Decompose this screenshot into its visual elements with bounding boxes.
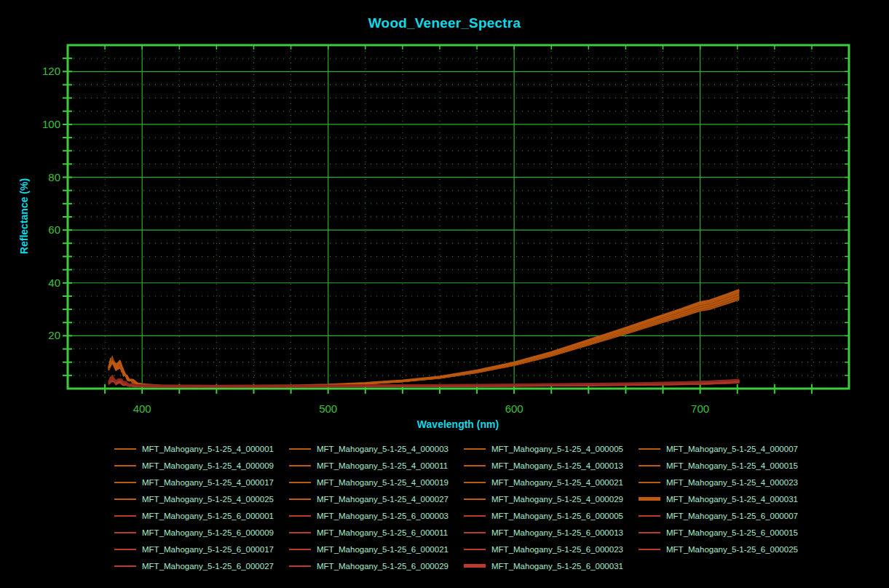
legend-line-swatch <box>639 482 660 483</box>
legend-label: MFT_Mahogany_5-1-25_4_000011 <box>317 461 448 470</box>
legend-item: MFT_Mahogany_5-1-25_6_000007 <box>639 507 813 524</box>
legend-line-swatch <box>639 465 660 466</box>
legend-label: MFT_Mahogany_5-1-25_4_000005 <box>491 445 623 453</box>
series-line <box>108 297 739 386</box>
legend-item: MFT_Mahogany_5-1-25_6_000023 <box>464 541 639 557</box>
series-line <box>108 296 739 386</box>
legend-label: MFT_Mahogany_5-1-25_6_000031 <box>491 562 623 571</box>
legend-item: MFT_Mahogany_5-1-25_6_000017 <box>114 541 289 557</box>
legend-label: MFT_Mahogany_5-1-25_4_000009 <box>142 461 274 470</box>
x-tick-label: 600 <box>505 402 523 415</box>
legend-label: MFT_Mahogany_5-1-25_4_000021 <box>491 478 623 487</box>
legend-item: MFT_Mahogany_5-1-25_6_000009 <box>114 524 289 541</box>
spectra-figure: Wood_Veneer_Spectra 40050060070020406080… <box>0 0 889 588</box>
legend-line-swatch <box>464 448 486 450</box>
legend-label: MFT_Mahogany_5-1-25_4_000007 <box>666 445 798 453</box>
series-line <box>108 298 739 386</box>
legend-line-swatch <box>114 515 136 517</box>
y-tick-label: 100 <box>42 118 60 130</box>
series-line <box>108 295 739 386</box>
legend-line-swatch <box>639 497 660 501</box>
legend-label: MFT_Mahogany_5-1-25_4_000023 <box>666 478 798 487</box>
legend-item: MFT_Mahogany_5-1-25_4_000023 <box>639 474 813 490</box>
series-line <box>108 294 739 386</box>
legend-label: MFT_Mahogany_5-1-25_6_000009 <box>142 528 274 537</box>
legend-line-swatch <box>114 565 136 567</box>
legend-line-swatch <box>114 498 136 500</box>
legend-item: MFT_Mahogany_5-1-25_6_000015 <box>639 524 813 541</box>
legend-line-swatch <box>289 448 311 450</box>
legend-label: MFT_Mahogany_5-1-25_4_000027 <box>317 495 449 504</box>
y-axis-label: Reflectance (%) <box>18 178 30 254</box>
y-tick-label: 40 <box>48 277 60 289</box>
legend-line-swatch <box>114 465 136 466</box>
legend-line-swatch <box>639 448 660 450</box>
legend-label: MFT_Mahogany_5-1-25_6_000003 <box>317 512 449 520</box>
legend-line-swatch <box>639 549 660 550</box>
series-line <box>108 300 739 387</box>
legend-item: MFT_Mahogany_5-1-25_4_000009 <box>114 457 289 474</box>
legend-item: MFT_Mahogany_5-1-25_4_000015 <box>639 457 813 474</box>
legend-line-swatch <box>114 448 136 450</box>
legend-line-swatch <box>464 498 486 500</box>
legend-line-swatch <box>639 515 660 517</box>
legend-item: MFT_Mahogany_5-1-25_4_000017 <box>114 474 289 490</box>
legend-item: MFT_Mahogany_5-1-25_4_000019 <box>289 474 464 490</box>
x-tick-label: 400 <box>133 402 151 415</box>
legend-line-swatch <box>114 549 136 550</box>
legend-label: MFT_Mahogany_5-1-25_6_000021 <box>317 545 449 554</box>
legend-line-swatch <box>639 532 660 533</box>
legend-item: MFT_Mahogany_5-1-25_6_000003 <box>289 507 464 524</box>
series-line <box>108 295 739 386</box>
legend-label: MFT_Mahogany_5-1-25_6_000011 <box>317 528 448 537</box>
y-tick-label: 20 <box>48 329 60 341</box>
series-line <box>108 293 739 386</box>
legend-line-swatch <box>464 515 486 517</box>
legend-item: MFT_Mahogany_5-1-25_4_000013 <box>464 457 639 474</box>
series-line <box>108 292 739 386</box>
legend-line-swatch <box>464 564 486 568</box>
legend-line-swatch <box>114 482 136 483</box>
series-line <box>108 290 739 386</box>
series-line <box>108 298 739 386</box>
legend-label: MFT_Mahogany_5-1-25_6_000025 <box>666 545 798 554</box>
legend-label: MFT_Mahogany_5-1-25_6_000013 <box>491 528 623 537</box>
legend: MFT_Mahogany_5-1-25_4_000001MFT_Mahogany… <box>114 440 813 574</box>
legend-label: MFT_Mahogany_5-1-25_4_000029 <box>491 495 623 504</box>
legend-line-swatch <box>464 532 486 533</box>
y-tick-label: 80 <box>48 171 60 183</box>
legend-label: MFT_Mahogany_5-1-25_4_000001 <box>142 445 274 453</box>
legend-label: MFT_Mahogany_5-1-25_6_000017 <box>142 545 274 554</box>
legend-item: MFT_Mahogany_5-1-25_4_000005 <box>464 440 639 457</box>
legend-item: MFT_Mahogany_5-1-25_4_000029 <box>464 490 639 507</box>
legend-item: MFT_Mahogany_5-1-25_6_000005 <box>464 507 639 524</box>
series-line <box>108 291 739 386</box>
legend-item: MFT_Mahogany_5-1-25_4_000003 <box>289 440 464 457</box>
legend-item: MFT_Mahogany_5-1-25_4_000011 <box>289 457 464 474</box>
legend-line-swatch <box>464 549 486 550</box>
legend-item: MFT_Mahogany_5-1-25_4_000027 <box>289 490 464 507</box>
legend-label: MFT_Mahogany_5-1-25_6_000029 <box>317 562 449 571</box>
legend-label: MFT_Mahogany_5-1-25_4_000031 <box>666 495 798 504</box>
legend-line-swatch <box>289 565 311 567</box>
legend-line-swatch <box>289 465 311 466</box>
legend-line-swatch <box>289 515 311 517</box>
legend-item: MFT_Mahogany_5-1-25_6_000031 <box>464 557 639 574</box>
series-line <box>108 293 739 386</box>
y-tick-label: 120 <box>42 65 60 77</box>
legend-item: MFT_Mahogany_5-1-25_4_000031 <box>639 490 813 507</box>
legend-label: MFT_Mahogany_5-1-25_4_000015 <box>666 461 798 470</box>
series-line <box>108 290 739 386</box>
legend-label: MFT_Mahogany_5-1-25_4_000019 <box>317 478 449 487</box>
legend-item: MFT_Mahogany_5-1-25_4_000025 <box>114 490 289 507</box>
legend-line-swatch <box>289 549 311 550</box>
legend-item: MFT_Mahogany_5-1-25_4_000001 <box>114 440 289 457</box>
legend-item: MFT_Mahogany_5-1-25_6_000021 <box>289 541 464 557</box>
legend-line-swatch <box>114 532 136 533</box>
series-line <box>108 299 739 386</box>
legend-line-swatch <box>464 465 486 466</box>
x-axis-label: Wavelength (nm) <box>68 418 848 430</box>
legend-item: MFT_Mahogany_5-1-25_6_000013 <box>464 524 639 541</box>
legend-label: MFT_Mahogany_5-1-25_6_000027 <box>142 562 274 571</box>
legend-label: MFT_Mahogany_5-1-25_4_000017 <box>142 478 274 487</box>
